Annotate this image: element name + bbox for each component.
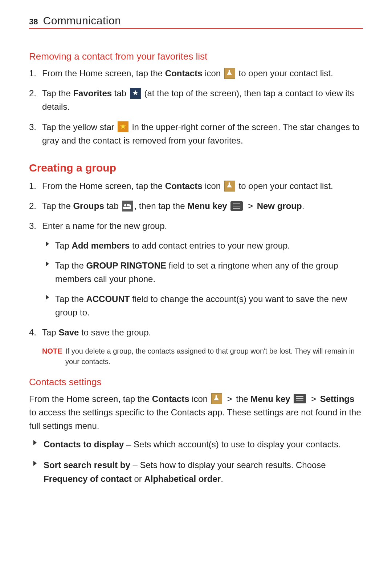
step-item: Tap Save to save the group. (29, 326, 363, 339)
step-item: Enter a name for the new group. Tap Add … (29, 219, 363, 319)
chapter-title: Communication (43, 15, 121, 27)
groups-icon (122, 201, 133, 212)
contacts-icon (211, 393, 222, 404)
removing-steps: From the Home screen, tap the Contacts i… (29, 67, 363, 147)
step-item: From the Home screen, tap the Contacts i… (29, 67, 363, 80)
heading-creating-group: Creating a group (29, 162, 363, 174)
settings-item: Contacts to display – Sets which account… (29, 438, 363, 451)
triangle-bullet-icon (33, 440, 37, 445)
creating-steps: From the Home screen, tap the Contacts i… (29, 179, 363, 339)
menu-key-icon (230, 201, 243, 211)
sub-step-item: Tap the ACCOUNT field to change the acco… (46, 292, 363, 319)
menu-key-icon (294, 394, 306, 403)
step-item: Tap the Groups tab , then tap the Menu k… (29, 199, 363, 213)
settings-item: Sort search result by – Sets how to disp… (29, 458, 363, 485)
contacts-icon (224, 181, 235, 192)
settings-list: Contacts to display – Sets which account… (29, 438, 363, 486)
document-page: 38 Communication Removing a contact from… (0, 0, 392, 515)
note-label: NOTE (42, 346, 65, 367)
step-item: Tap the Favorites tab (at the top of the… (29, 86, 363, 113)
yellow-star-icon (118, 121, 128, 132)
note-block: NOTE If you delete a group, the contacts… (42, 346, 363, 367)
settings-intro: From the Home screen, tap the Contacts i… (29, 392, 363, 433)
contacts-icon (224, 68, 235, 79)
heading-removing-favorite: Removing a contact from your favorites l… (29, 51, 363, 62)
sub-step-item: Tap Add members to add contact entries t… (46, 239, 363, 252)
triangle-bullet-icon (33, 461, 37, 466)
sub-step-item: Tap the GROUP RINGTONE field to set a ri… (46, 259, 363, 286)
page-number: 38 (29, 17, 38, 27)
heading-contacts-settings: Contacts settings (29, 376, 363, 388)
step-item: From the Home screen, tap the Contacts i… (29, 179, 363, 193)
page-header: 38 Communication (29, 15, 363, 29)
favorites-star-icon (130, 88, 141, 99)
step-item: Tap the yellow star in the upper-right c… (29, 120, 363, 147)
sub-steps: Tap Add members to add contact entries t… (42, 239, 363, 319)
triangle-bullet-icon (46, 261, 49, 266)
triangle-bullet-icon (46, 241, 49, 246)
note-text: If you delete a group, the contacts assi… (65, 346, 363, 367)
triangle-bullet-icon (46, 295, 49, 300)
